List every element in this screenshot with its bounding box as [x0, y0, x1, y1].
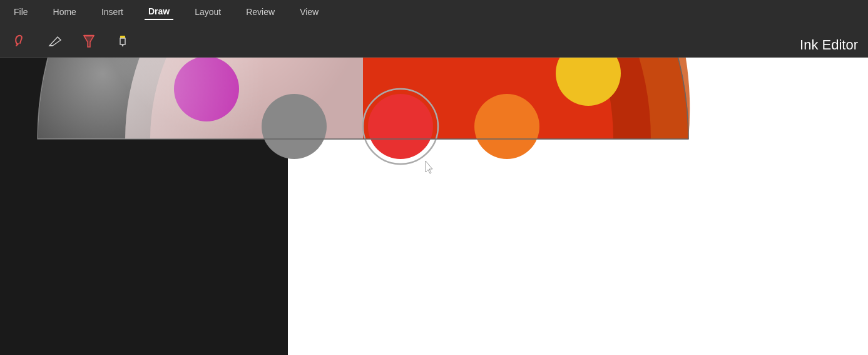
highlighter-tool[interactable]: [78, 29, 100, 52]
menu-review[interactable]: Review: [242, 4, 278, 19]
toolbar: [0, 24, 868, 58]
ink-editor-label: Ink Editor: [800, 37, 858, 53]
menu-view[interactable]: View: [296, 4, 322, 19]
cursor: [426, 161, 432, 173]
menu-home[interactable]: Home: [49, 4, 80, 19]
menubar: File Home Insert Draw Layout Review View: [0, 0, 868, 24]
red-selected-swatch[interactable]: [368, 94, 433, 159]
content-area: [0, 58, 868, 355]
eraser-tool[interactable]: [44, 29, 66, 52]
svg-marker-6: [426, 161, 432, 173]
menu-layout[interactable]: Layout: [191, 4, 225, 19]
marker-tool[interactable]: [111, 29, 134, 52]
orange-color-swatch[interactable]: [474, 94, 539, 159]
menu-file[interactable]: File: [10, 4, 32, 19]
menu-draw[interactable]: Draw: [145, 4, 173, 20]
menu-insert[interactable]: Insert: [98, 4, 127, 19]
hand-draw-tool[interactable]: [10, 29, 33, 52]
